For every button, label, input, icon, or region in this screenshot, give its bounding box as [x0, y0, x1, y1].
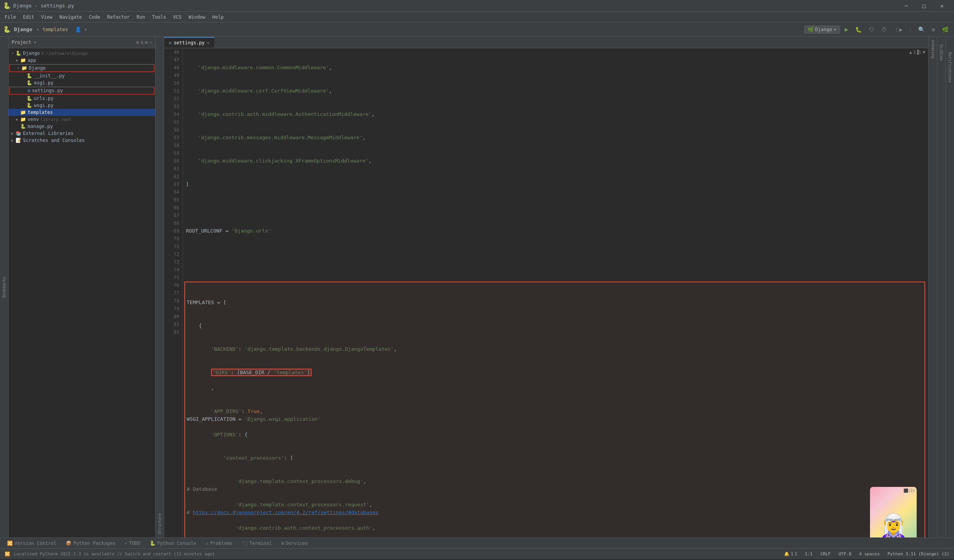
ln-56: 56 [167, 126, 179, 134]
status-encoding[interactable]: UTF-8 [837, 551, 853, 556]
code-line-54 [186, 250, 925, 258]
project-dropdown-icon[interactable]: ▾ [34, 40, 37, 45]
settings-button[interactable]: ⚙ [929, 26, 937, 33]
tree-item-urls[interactable]: 🐍 urls.py [9, 95, 155, 102]
debug-button[interactable]: 🐛 [853, 26, 864, 33]
ln-71: 71 [167, 243, 179, 250]
toolbar-icon-2[interactable]: ▾ [84, 27, 87, 32]
menu-tools[interactable]: Tools [149, 14, 169, 21]
tab-todo[interactable]: ✓ TODO [121, 540, 144, 547]
problems-label: Problems [210, 541, 233, 546]
code-line-75: # Database [187, 485, 923, 493]
tree-item-settings[interactable]: ⚙ settings.py [9, 87, 154, 94]
run-config-label: Django [815, 27, 832, 32]
toolbar-python-icon: 🐍 [3, 26, 11, 33]
menu-view[interactable]: View [38, 14, 56, 21]
menu-help[interactable]: Help [209, 14, 227, 21]
config-dropdown-icon: ▾ [833, 27, 836, 32]
status-alerts[interactable]: 🔔 1 1 [782, 551, 799, 556]
tree-label-init: __init__.py [34, 73, 65, 79]
project-panel: Project ▾ ⚙ ⇅ ⊟ ⋯ ▾ 🐍 Django E:\Software… [9, 37, 156, 537]
ln-82: 82 [167, 328, 179, 336]
tree-icon-ext: 📚 [16, 131, 21, 136]
tree-label-wsgi: wsgi.py [34, 103, 54, 108]
status-indent[interactable]: 4 spaces [858, 551, 881, 556]
code-content[interactable]: 'django.middleware.common.CommonMiddlewa… [183, 48, 928, 537]
terminal-icon: ⬛ [242, 541, 248, 546]
project-collapse-icon[interactable]: ⊟ [145, 40, 148, 45]
tree-item-ext-libs[interactable]: ▶ 📚 External Libraries [9, 130, 155, 137]
tab-services[interactable]: ⚙ Services [277, 540, 312, 547]
git-status[interactable]: 🔀 [3, 551, 12, 556]
ln-64: 64 [167, 188, 179, 196]
tab-close-settings[interactable]: ✕ [207, 40, 210, 46]
tree-item-django-root[interactable]: ▾ 🐍 Django E:\Software\Django [9, 50, 155, 57]
code-line-73 [187, 439, 923, 446]
tree-item-django-folder[interactable]: ▾ 📁 Django [9, 64, 154, 72]
toolbar-icon-1[interactable]: 👤 [75, 26, 81, 32]
tab-settings-py[interactable]: ⚙ settings.py ✕ [164, 37, 214, 48]
sciview-label: SciView [939, 44, 943, 61]
tab-python-console[interactable]: 🐍 Python Console [146, 540, 200, 547]
toolbar-breadcrumb-folder: templates [43, 27, 68, 32]
code-line-64: 'django.template.context_processors.requ… [187, 501, 923, 509]
ln-73: 73 [167, 258, 179, 266]
tree-item-templates[interactable]: 📁 templates [9, 109, 155, 116]
tree-item-manage[interactable]: 🐍 manage.py [9, 123, 155, 130]
tab-version-control[interactable]: 🔀 Version Control [3, 540, 60, 547]
run-button[interactable]: ▶ [842, 25, 851, 34]
menu-vcs[interactable]: VCS [170, 14, 185, 21]
menu-file[interactable]: File [2, 14, 19, 21]
menu-refactor[interactable]: Refactor [104, 14, 133, 21]
coverage-button[interactable]: 🛡 [866, 26, 877, 33]
sciview-panel[interactable]: SciView [937, 37, 945, 537]
ln-62: 62 [167, 173, 179, 180]
tab-python-packages[interactable]: 📦 Python Packages [62, 540, 119, 547]
tree-label-app: app [28, 58, 36, 63]
run-config-selector[interactable]: 🌿 Django ▾ [804, 26, 840, 33]
tree-item-venv[interactable]: ▶ 📁 venv library root [9, 116, 155, 123]
project-sort-icon[interactable]: ⇅ [140, 40, 143, 45]
close-button[interactable]: ✕ [933, 0, 951, 12]
ln-69: 69 [167, 227, 179, 235]
tree-item-init[interactable]: 🐍 __init__.py [9, 72, 155, 79]
tree-icon-settings: ⚙ [28, 88, 30, 93]
ln-66: 66 [167, 204, 179, 212]
code-line-58: 'DIRS': [BASE_DIR / 'templates'] , 'APP_… [187, 369, 923, 376]
project-gear-icon[interactable]: ⚙ [136, 40, 139, 45]
database-panel[interactable]: Database [928, 37, 937, 537]
ln-79: 79 [167, 305, 179, 313]
statusbar-right: 🔔 1 1 1:1 CRLF UTF-8 4 spaces Python 3.1… [782, 551, 951, 556]
tree-icon-scratches: 📝 [16, 138, 21, 143]
maximize-button[interactable]: □ [915, 0, 933, 12]
code-line-47: 'django.middleware.csrf.CsrfViewMiddlewa… [186, 87, 925, 95]
menu-window[interactable]: Window [186, 14, 208, 21]
status-update-msg[interactable]: Localized PyCharm 2022.1.3 is available … [12, 551, 217, 556]
menu-code[interactable]: Code [86, 14, 103, 21]
git-icon[interactable]: 🌿 [940, 26, 951, 33]
tree-label-ext: External Libraries [23, 131, 74, 136]
status-line-col[interactable]: 1:1 [803, 551, 814, 556]
menu-run[interactable]: Run [133, 14, 148, 21]
tree-item-asgi[interactable]: 🐍 asgi.py [9, 79, 155, 86]
tree-label-venv: venv [28, 117, 39, 122]
project-more-icon[interactable]: ⋯ [149, 40, 152, 45]
ln-48: 48 [167, 64, 179, 72]
tree-item-scratches[interactable]: ▶ 📝 Scratches and Consoles [9, 137, 155, 144]
ln-78: 78 [167, 297, 179, 305]
minimize-button[interactable]: ─ [897, 0, 915, 12]
menu-navigate[interactable]: Navigate [56, 14, 85, 21]
profile-button[interactable]: ⏱ [879, 26, 889, 33]
status-python[interactable]: Python 3.11 (Django) (2) [886, 551, 951, 556]
menu-edit[interactable]: Edit [20, 14, 37, 21]
tab-terminal[interactable]: ⬛ Terminal [238, 540, 276, 547]
tree-item-app[interactable]: ▶ 📁 app [9, 57, 155, 64]
menubar: File Edit View Navigate Code Refactor Ru… [0, 12, 954, 23]
tab-problems[interactable]: ⚠ Problems [202, 540, 236, 547]
status-crlf[interactable]: CRLF [819, 551, 832, 556]
more-run-button[interactable]: ⋮▶ [891, 26, 905, 33]
search-button[interactable]: 🔍 [916, 26, 927, 33]
tree-item-wsgi[interactable]: 🐍 wsgi.py [9, 102, 155, 109]
notifications-panel[interactable]: Notifications [945, 37, 954, 537]
titlebar-left: 🐍 Django - settings.py [3, 2, 74, 9]
